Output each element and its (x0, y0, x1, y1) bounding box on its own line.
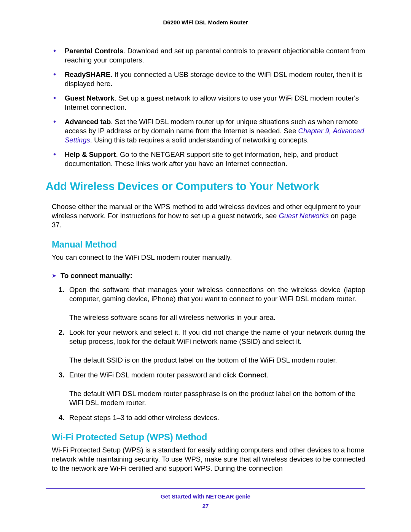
bullet-advanced-tab: Advanced tab. Set the WiFi DSL modem rou… (65, 117, 365, 145)
bullet-bold: Guest Network (65, 94, 115, 102)
footer-page-number: 27 (46, 503, 365, 509)
bullet-parental-controls: Parental Controls. Download and set up p… (65, 46, 365, 65)
bullet-bold: ReadySHARE (65, 70, 110, 78)
step-2: 2.Look for your network and select it. I… (69, 328, 365, 346)
step-text: Open the software that manages your wire… (69, 286, 365, 303)
step-number: 3. (59, 371, 64, 380)
step-1-note: The wireless software scans for all wire… (69, 313, 365, 322)
step-number: 4. (59, 413, 64, 422)
guest-networks-link[interactable]: Guest Networks (279, 212, 329, 220)
step-2-note: The default SSID is on the product label… (69, 356, 365, 365)
subheading-wps-method: Wi-Fi Protected Setup (WPS) Method (52, 432, 365, 443)
steps-list: 4.Repeat steps 1–3 to add other wireless… (46, 413, 365, 422)
steps-list: 1.Open the software that manages your wi… (46, 285, 365, 304)
steps-list: 3.Enter the WiFi DSL modem router passwo… (46, 371, 365, 380)
section-intro: Choose either the manual or the WPS meth… (52, 202, 365, 230)
bullet-bold: Help & Support (65, 150, 116, 158)
bullet-readyshare: ReadySHARE. If you connected a USB stora… (65, 70, 365, 88)
bullet-bold: Advanced tab (65, 118, 111, 126)
bullet-help-support: Help & Support. Go to the NETGEAR suppor… (65, 150, 365, 168)
subheading-manual-method: Manual Method (52, 239, 365, 250)
step-1: 1.Open the software that manages your wi… (69, 285, 365, 304)
wps-intro: Wi-Fi Protected Setup (WPS) is a standar… (52, 446, 365, 473)
step-text: Enter the WiFi DSL modem router password… (69, 371, 239, 379)
step-3: 3.Enter the WiFi DSL modem router passwo… (69, 371, 365, 380)
step-number: 2. (59, 328, 64, 337)
step-4: 4.Repeat steps 1–3 to add other wireless… (69, 413, 365, 422)
connect-bold: Connect (239, 371, 267, 379)
footer-rule (46, 488, 365, 489)
procedure-label: ➤To connect manually: (52, 272, 365, 280)
bullet-bold: Parental Controls (65, 47, 123, 55)
document-header: D6200 WiFi DSL Modem Router (46, 19, 365, 26)
page-footer: Get Started with NETGEAR genie 27 (46, 488, 365, 509)
arrow-icon: ➤ (52, 272, 57, 279)
step-text: Look for your network and select it. If … (69, 328, 365, 345)
feature-bullet-list: Parental Controls. Download and set up p… (46, 46, 365, 169)
footer-chapter: Get Started with NETGEAR genie (46, 493, 365, 500)
manual-intro: You can connect to the WiFi DSL modem ro… (52, 253, 365, 262)
step-text: . (267, 371, 269, 379)
section-heading-add-devices: Add Wireless Devices or Computers to You… (46, 180, 365, 193)
bullet-text: . Using this tab requires a solid unders… (90, 136, 309, 144)
step-number: 1. (59, 285, 64, 294)
step-3-note: The default WiFi DSL modem router passph… (69, 389, 365, 407)
step-text: Repeat steps 1–3 to add other wireless d… (69, 414, 219, 422)
steps-list: 2.Look for your network and select it. I… (46, 328, 365, 346)
procedure-title: To connect manually: (61, 272, 132, 280)
bullet-guest-network: Guest Network. Set up a guest network to… (65, 94, 365, 112)
page: D6200 WiFi DSL Modem Router Parental Con… (0, 0, 411, 532)
